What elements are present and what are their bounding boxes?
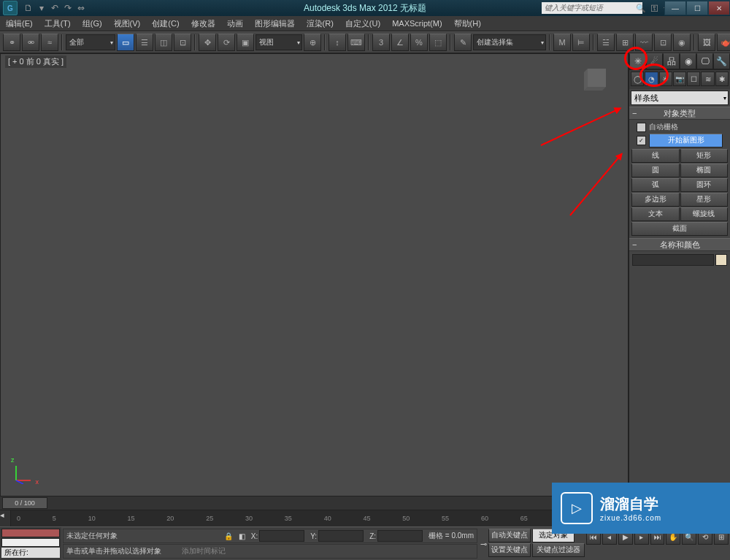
- btn-text[interactable]: 文本: [631, 207, 680, 221]
- trackbar-toggle-icon[interactable]: ◂: [0, 510, 11, 526]
- refcoord-dropdown[interactable]: 视图: [256, 34, 302, 50]
- align-icon[interactable]: ⊨: [572, 34, 590, 51]
- menu-tools[interactable]: 工具(T): [45, 18, 71, 29]
- spinner-snap-icon[interactable]: ⬚: [429, 34, 447, 51]
- watermark-logo-icon: ▷: [561, 492, 593, 524]
- mirror-icon[interactable]: M: [553, 34, 571, 51]
- undo-icon[interactable]: ↶: [50, 3, 60, 13]
- rollout-object-type[interactable]: 对象类型: [629, 107, 730, 120]
- utilities-tab-icon[interactable]: 🔧: [713, 53, 730, 69]
- cameras-subtab-icon[interactable]: 📷: [673, 72, 686, 86]
- rotate-icon[interactable]: ⟳: [218, 34, 235, 51]
- material-editor-icon[interactable]: ◉: [673, 34, 691, 51]
- btn-ngon[interactable]: 多边形: [631, 193, 680, 207]
- macro-rec-icon[interactable]: [1, 529, 60, 537]
- schematic-icon[interactable]: ⊡: [654, 34, 672, 51]
- autokey-button[interactable]: 自动关键点: [488, 529, 531, 542]
- menu-help[interactable]: 帮助(H): [454, 18, 481, 29]
- systems-subtab-icon[interactable]: ✱: [715, 72, 729, 86]
- menu-edit[interactable]: 编辑(E): [6, 18, 33, 29]
- menu-group[interactable]: 组(G): [82, 18, 102, 29]
- iso-icon[interactable]: ◧: [239, 532, 245, 540]
- render-setup-icon[interactable]: 🖼: [698, 34, 715, 51]
- timetag-button[interactable]: 添加时间标记: [182, 546, 226, 556]
- hierarchy-tab-icon[interactable]: 品: [663, 53, 680, 69]
- render-frame-icon[interactable]: 🫖: [717, 34, 730, 51]
- autogrid-checkbox[interactable]: [637, 123, 646, 132]
- move-icon[interactable]: ✥: [199, 34, 216, 51]
- new-icon[interactable]: 🗋: [23, 3, 34, 13]
- coord-y-input[interactable]: [318, 530, 364, 542]
- menu-rendering[interactable]: 渲染(R): [307, 18, 334, 29]
- link-icon[interactable]: ⚭: [3, 34, 20, 51]
- titlebar: G 🗋 ▾ ↶ ↷ ⇔ Autodesk 3ds Max 2012 无标题 键入…: [0, 0, 730, 16]
- pivot-icon[interactable]: ⊕: [304, 34, 321, 51]
- btn-donut[interactable]: 圆环: [680, 178, 729, 192]
- angle-snap-icon[interactable]: ∠: [391, 34, 409, 51]
- save-icon[interactable]: ▾: [36, 3, 47, 13]
- editnamedset-icon[interactable]: ✎: [454, 34, 472, 51]
- snap-icon[interactable]: 3: [372, 34, 390, 51]
- named-selset-dropdown[interactable]: 创建选择集: [473, 34, 546, 50]
- btn-circle[interactable]: 圆: [631, 164, 680, 177]
- select-name-icon[interactable]: ☰: [136, 34, 153, 51]
- setkey-button[interactable]: 设置关键点: [488, 543, 531, 557]
- start-new-shape-button[interactable]: 开始新图形: [649, 134, 723, 147]
- category-dropdown[interactable]: 样条线: [631, 91, 729, 105]
- cm-key-icon[interactable]: ⊸: [480, 540, 487, 549]
- select-region-icon[interactable]: ◫: [155, 34, 172, 51]
- select-object-icon[interactable]: ▭: [117, 34, 134, 51]
- percent-snap-icon[interactable]: %: [410, 34, 428, 51]
- menu-views[interactable]: 视图(V): [114, 18, 141, 29]
- coord-z-input[interactable]: [377, 530, 423, 542]
- menu-customize[interactable]: 自定义(U): [345, 18, 380, 29]
- unlink-icon[interactable]: ⚮: [22, 34, 39, 51]
- menu-maxscript[interactable]: MAXScript(M): [392, 19, 442, 28]
- bind-icon[interactable]: ≈: [41, 34, 58, 51]
- menu-animation[interactable]: 动画: [227, 18, 243, 29]
- btn-arc[interactable]: 弧: [631, 178, 680, 192]
- app-logo-icon[interactable]: G: [3, 1, 18, 15]
- layers-icon[interactable]: ☱: [597, 34, 615, 51]
- close-button[interactable]: ✕: [708, 1, 730, 15]
- helpers-subtab-icon[interactable]: ☐: [687, 72, 700, 86]
- manipulate-icon[interactable]: ↕: [328, 34, 346, 51]
- btn-star[interactable]: 星形: [680, 193, 729, 207]
- scale-icon[interactable]: ▣: [237, 34, 254, 51]
- viewport[interactable]: [ + 0 前 0 真实 ] x z: [0, 53, 629, 496]
- motion-tab-icon[interactable]: ◉: [680, 53, 696, 69]
- help-search-input[interactable]: 键入关键字或短语: [542, 2, 642, 14]
- timeslider-handle[interactable]: 0 / 100: [2, 497, 47, 509]
- search-go-icon[interactable]: 🔍: [636, 4, 646, 13]
- maximize-button[interactable]: ☐: [686, 1, 708, 15]
- svg-marker-0: [588, 69, 606, 87]
- viewport-label[interactable]: [ + 0 前 0 真实 ]: [5, 55, 66, 68]
- keyfilter-button[interactable]: 关键点过滤器: [532, 543, 585, 557]
- btn-helix[interactable]: 螺旋线: [680, 207, 729, 221]
- coord-x-input[interactable]: [259, 530, 304, 542]
- startshape-checkbox[interactable]: ✓: [637, 136, 646, 145]
- btn-section[interactable]: 截面: [631, 222, 728, 236]
- menu-create[interactable]: 创建(C): [152, 18, 179, 29]
- minimize-button[interactable]: —: [664, 1, 686, 15]
- menu-grapheditors[interactable]: 图形编辑器: [255, 18, 295, 29]
- object-name-input[interactable]: [632, 254, 714, 266]
- key-icon[interactable]: ⚿: [650, 4, 658, 13]
- window-crossing-icon[interactable]: ⊡: [174, 34, 191, 51]
- btn-ellipse[interactable]: 椭圆: [680, 164, 729, 177]
- link-icon[interactable]: ⇔: [76, 3, 86, 13]
- btn-line[interactable]: 线: [631, 149, 680, 163]
- lock-selection-icon[interactable]: 🔒: [224, 532, 233, 540]
- rollout-name-color[interactable]: 名称和颜色: [629, 238, 730, 251]
- viewcube-icon[interactable]: [577, 61, 613, 98]
- btn-rectangle[interactable]: 矩形: [680, 149, 729, 163]
- selection-filter-dropdown[interactable]: 全部: [66, 34, 115, 50]
- redo-icon[interactable]: ↷: [63, 3, 73, 13]
- object-color-swatch[interactable]: [715, 254, 727, 266]
- spacewarps-subtab-icon[interactable]: ≋: [701, 72, 714, 86]
- mxs-listener-icon[interactable]: [1, 538, 60, 547]
- menubar: 编辑(E) 工具(T) 组(G) 视图(V) 创建(C) 修改器 动画 图形编辑…: [0, 16, 730, 31]
- menu-modifiers[interactable]: 修改器: [191, 18, 215, 29]
- display-tab-icon[interactable]: 🖵: [696, 53, 713, 69]
- keyboard-icon[interactable]: ⌨: [347, 34, 365, 51]
